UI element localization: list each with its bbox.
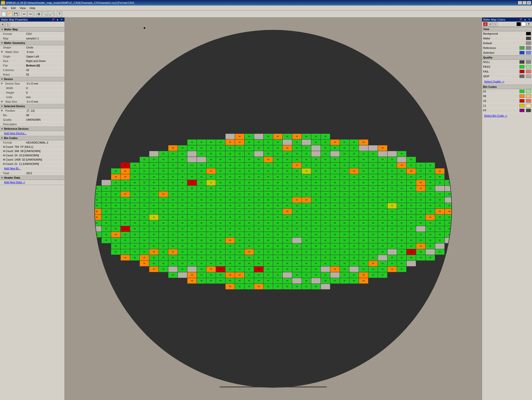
header-data-header[interactable]: Header Data [0,176,64,180]
position-expand[interactable]: ⊞ [1,109,3,112]
bin-11-color-swatch2[interactable] [526,104,531,107]
right-panel-close[interactable]: ✕ [527,18,531,21]
skip-color-swatch[interactable] [519,75,524,78]
wafer-color-swatch[interactable] [526,37,531,40]
bin-10-color-swatch[interactable] [519,99,524,103]
pass-color-swatch[interactable] [519,65,524,69]
add-device-link[interactable]: Add New Device... [1,131,28,135]
reference-devices-header[interactable]: Reference Devices [0,127,64,131]
toolbar-help[interactable]: ? [57,11,62,17]
bin-ff-color-swatch[interactable] [519,109,524,112]
pass-color-swatch2[interactable] [526,65,531,69]
reference-color-row: Reference [482,46,532,50]
bin-row: Bin 08 [0,113,64,117]
selection-color-swatch2[interactable] [526,51,531,54]
toolbar-undo[interactable]: ↩ [22,11,27,17]
wafer-map-header[interactable]: Wafer Map [0,27,64,32]
bin-08-color-swatch2[interactable] [526,94,531,98]
select-bin-link[interactable]: Select Bin Code -> [483,113,531,118]
bin-ff-color-swatch2[interactable] [526,109,531,112]
bin-11-color-swatch[interactable] [519,104,524,107]
bin-count-10: ⊞ Count: 34 10 [UNKNOWN] [0,153,64,158]
bin-11-label: Count: 21 [6,162,18,165]
toolbar-open[interactable]: 📂 [7,11,13,17]
bin-02-color-swatch2[interactable] [526,90,531,93]
menu-view[interactable]: View [18,6,27,10]
null-color-swatch2[interactable] [526,60,531,64]
bin-08-color-swatch[interactable] [519,94,524,98]
bin-10-color-label: 10 [483,99,518,102]
origin-value: Upper Left [26,55,63,58]
left-panel-float[interactable]: ▲ [56,18,59,21]
rp-black-btn[interactable] [516,22,521,26]
add-data-link[interactable]: Add New Data -> [1,180,26,184]
rp-filter-btn[interactable]: ▽ [493,22,498,26]
flat-value: Bottom [0] [26,64,63,67]
wafer-size-expand[interactable]: ⊞ [1,51,3,53]
maximize-button[interactable]: □ [522,1,526,5]
select-quality-link[interactable]: Select Quality -> [483,79,531,84]
bin-ff-expand[interactable]: ⊞ [3,146,5,148]
skip-color-swatch2[interactable] [526,75,531,78]
rp-clear-btn[interactable]: ✕ [483,22,488,26]
bin-08-expand[interactable]: ⊞ [3,150,5,152]
rp-white-btn[interactable] [521,22,526,26]
toolbar-new[interactable]: 📄 [1,11,7,17]
device-header[interactable]: Device [0,77,64,81]
bin-11-expand[interactable]: ⊞ [3,163,5,165]
width-row: Width 0 [0,86,64,90]
reference-color-swatch2[interactable] [526,46,531,50]
menu-file[interactable]: File [1,6,9,10]
menu-help[interactable]: Help [28,6,37,10]
toolbar-redo[interactable]: ↪ [28,11,33,17]
rp-reset-btn[interactable]: ↺ [488,22,493,26]
center-area[interactable] [65,18,482,400]
toolbar-fit[interactable]: ⊞ [36,11,42,17]
bin-10-expand[interactable]: ⊞ [3,154,5,157]
total-value: 1811 [26,172,63,175]
rp-text-btn[interactable]: T [526,22,531,26]
origin-label: Origin [1,55,26,58]
wafer-geometry-section: Wafer Geometry Shape Circle ⊞ Wafer Size… [0,41,64,77]
reference-color-swatch[interactable] [519,46,524,50]
wafer-geometry-header[interactable]: Wafer Geometry [0,41,64,45]
wafer-color-label: Wafer [483,37,525,40]
map-row: Map sample1-1 [0,36,64,41]
fail-color-label: FAIL [483,70,518,73]
title-text: WMEdit v1.39 [D:\Artwork\wafer_map_evals… [6,1,518,4]
axis-label: Axis [1,59,26,62]
map-value: sample1-1 [26,37,63,40]
wafer-map-canvas[interactable] [65,18,482,400]
pass-color-row: PASS [482,64,532,69]
default-color-swatch[interactable] [526,41,531,45]
left-panel-pin[interactable]: 📌 [51,18,55,21]
bin-format-value: HEXADECIMAL-2 [26,141,63,144]
bin-codes-header[interactable]: Bin Codes [0,136,64,140]
add-bin-link[interactable]: Add New Bi... [1,166,22,170]
selected-device-header[interactable]: Selected Device [0,104,64,108]
fail-color-swatch[interactable] [519,70,524,73]
sort-alpha-btn[interactable]: A [1,22,5,27]
right-panel-float[interactable]: ▲ [523,18,527,21]
background-color-swatch[interactable] [526,32,531,35]
bin-10-color-swatch2[interactable] [526,99,531,103]
left-panel-close[interactable]: ✕ [60,18,63,21]
fail-color-swatch2[interactable] [526,70,531,73]
bin-02-color-swatch[interactable] [519,90,524,93]
toolbar-zoom-out[interactable]: 🔎 [48,11,54,17]
device-size-expand[interactable]: ⊟ [1,82,3,85]
toolbar-save[interactable]: 💾 [13,11,19,17]
selection-color-swatch1[interactable] [519,51,524,54]
map-label: Map [1,37,26,40]
menu-edit[interactable]: Edit [10,6,17,10]
minimize-button[interactable]: ─ [518,1,522,5]
sort-num-btn[interactable]: 1 [6,22,10,27]
toolbar-zoom-in[interactable]: 🔍 [42,11,48,17]
close-button[interactable]: ✕ [527,1,531,5]
step-size-expand[interactable]: ⊞ [1,100,3,103]
right-panel-pin[interactable]: 📌 [518,18,523,21]
null-color-swatch[interactable] [519,60,524,64]
wafer-map-section: Wafer Map Format CSV Map sample1-1 [0,27,64,41]
right-panel-title: Wafer Map Colors [483,18,505,21]
bin-02-expand[interactable]: ⊞ [3,158,5,161]
